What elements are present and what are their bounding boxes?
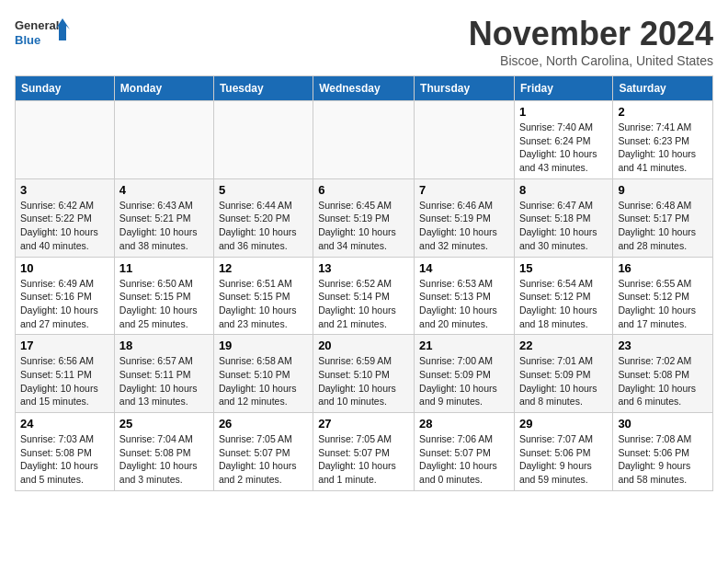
calendar-cell: 3Sunrise: 6:42 AM Sunset: 5:22 PM Daylig… [16,178,115,257]
calendar-cell: 11Sunrise: 6:50 AM Sunset: 5:15 PM Dayli… [114,257,213,335]
calendar-cell: 22Sunrise: 7:01 AM Sunset: 5:09 PM Dayli… [514,335,612,413]
month-title: November 2024 [469,15,713,53]
calendar-cell: 29Sunrise: 7:07 AM Sunset: 5:06 PM Dayli… [514,413,612,491]
calendar-cell: 12Sunrise: 6:51 AM Sunset: 5:15 PM Dayli… [213,257,313,335]
page-header: General Blue November 2024 Biscoe, North… [15,15,713,68]
weekday-header: Saturday [613,76,713,101]
day-info: Sunrise: 7:06 AM Sunset: 5:07 PM Dayligh… [419,432,509,487]
calendar-cell: 5Sunrise: 6:44 AM Sunset: 5:20 PM Daylig… [213,178,313,257]
day-number: 18 [119,339,209,352]
day-number: 26 [219,417,308,431]
day-number: 29 [519,417,608,431]
calendar-cell: 13Sunrise: 6:52 AM Sunset: 5:14 PM Dayli… [313,257,415,335]
day-info: Sunrise: 7:05 AM Sunset: 5:07 PM Dayligh… [219,432,308,487]
day-number: 22 [519,339,608,352]
weekday-header: Friday [514,76,612,101]
day-number: 24 [20,417,109,431]
day-number: 11 [119,261,209,275]
day-info: Sunrise: 7:04 AM Sunset: 5:08 PM Dayligh… [119,432,209,487]
calendar-week-row: 10Sunrise: 6:49 AM Sunset: 5:16 PM Dayli… [16,257,713,335]
calendar-cell [16,101,115,179]
calendar-cell: 14Sunrise: 6:53 AM Sunset: 5:13 PM Dayli… [415,257,515,335]
day-info: Sunrise: 7:03 AM Sunset: 5:08 PM Dayligh… [20,432,109,487]
day-info: Sunrise: 6:53 AM Sunset: 5:13 PM Dayligh… [419,277,509,331]
weekday-header: Sunday [16,76,115,101]
day-number: 14 [419,261,509,275]
svg-text:General: General [15,18,59,32]
calendar-cell: 6Sunrise: 6:45 AM Sunset: 5:19 PM Daylig… [313,178,415,257]
weekday-header: Tuesday [213,76,313,101]
day-number: 4 [119,183,209,197]
weekday-header: Monday [114,76,213,101]
calendar-cell [313,101,415,179]
calendar-cell: 17Sunrise: 6:56 AM Sunset: 5:11 PM Dayli… [16,335,115,413]
calendar-cell: 28Sunrise: 7:06 AM Sunset: 5:07 PM Dayli… [415,413,515,491]
day-number: 6 [318,183,409,197]
day-number: 21 [419,339,509,352]
day-info: Sunrise: 7:41 AM Sunset: 6:23 PM Dayligh… [618,121,708,175]
calendar-cell: 26Sunrise: 7:05 AM Sunset: 5:07 PM Dayli… [213,413,313,491]
day-number: 10 [20,261,109,275]
calendar-cell [415,101,515,179]
calendar-cell: 19Sunrise: 6:58 AM Sunset: 5:10 PM Dayli… [213,335,313,413]
day-number: 13 [318,261,409,275]
calendar-week-row: 3Sunrise: 6:42 AM Sunset: 5:22 PM Daylig… [16,178,713,257]
day-number: 8 [519,183,608,197]
calendar-cell: 30Sunrise: 7:08 AM Sunset: 5:06 PM Dayli… [613,413,713,491]
day-number: 28 [419,417,509,431]
day-number: 12 [219,261,308,275]
calendar-table: SundayMondayTuesdayWednesdayThursdayFrid… [15,75,713,491]
calendar-cell: 8Sunrise: 6:47 AM Sunset: 5:18 PM Daylig… [514,178,612,257]
day-info: Sunrise: 6:50 AM Sunset: 5:15 PM Dayligh… [119,277,209,331]
weekday-header: Wednesday [313,76,415,101]
day-info: Sunrise: 6:54 AM Sunset: 5:12 PM Dayligh… [519,277,608,331]
weekday-header-row: SundayMondayTuesdayWednesdayThursdayFrid… [16,76,713,101]
day-info: Sunrise: 6:43 AM Sunset: 5:21 PM Dayligh… [119,199,209,253]
calendar-cell: 7Sunrise: 6:46 AM Sunset: 5:19 PM Daylig… [415,178,515,257]
calendar-week-row: 24Sunrise: 7:03 AM Sunset: 5:08 PM Dayli… [16,413,713,491]
day-info: Sunrise: 7:40 AM Sunset: 6:24 PM Dayligh… [519,121,608,175]
day-number: 2 [618,105,708,119]
location: Biscoe, North Carolina, United States [469,53,713,68]
calendar-cell: 18Sunrise: 6:57 AM Sunset: 5:11 PM Dayli… [114,335,213,413]
day-info: Sunrise: 6:59 AM Sunset: 5:10 PM Dayligh… [318,354,409,408]
calendar-cell [213,101,313,179]
day-number: 27 [318,417,409,431]
day-number: 20 [318,339,409,352]
day-info: Sunrise: 6:55 AM Sunset: 5:12 PM Dayligh… [618,277,708,331]
day-info: Sunrise: 6:56 AM Sunset: 5:11 PM Dayligh… [20,354,109,408]
title-area: November 2024 Biscoe, North Carolina, Un… [469,15,713,68]
day-info: Sunrise: 7:07 AM Sunset: 5:06 PM Dayligh… [519,432,608,487]
day-info: Sunrise: 7:01 AM Sunset: 5:09 PM Dayligh… [519,354,608,408]
calendar-cell: 1Sunrise: 7:40 AM Sunset: 6:24 PM Daylig… [514,101,612,179]
calendar-week-row: 1Sunrise: 7:40 AM Sunset: 6:24 PM Daylig… [16,101,713,179]
calendar-cell: 2Sunrise: 7:41 AM Sunset: 6:23 PM Daylig… [613,101,713,179]
day-info: Sunrise: 6:48 AM Sunset: 5:17 PM Dayligh… [618,199,708,253]
day-number: 30 [618,417,708,431]
day-info: Sunrise: 7:08 AM Sunset: 5:06 PM Dayligh… [618,432,708,487]
day-info: Sunrise: 7:05 AM Sunset: 5:07 PM Dayligh… [318,432,409,487]
day-number: 25 [119,417,209,431]
day-info: Sunrise: 7:02 AM Sunset: 5:08 PM Dayligh… [618,354,708,408]
calendar-cell: 4Sunrise: 6:43 AM Sunset: 5:21 PM Daylig… [114,178,213,257]
calendar-cell: 25Sunrise: 7:04 AM Sunset: 5:08 PM Dayli… [114,413,213,491]
day-info: Sunrise: 6:42 AM Sunset: 5:22 PM Dayligh… [20,199,109,253]
calendar-cell: 23Sunrise: 7:02 AM Sunset: 5:08 PM Dayli… [613,335,713,413]
day-number: 15 [519,261,608,275]
calendar-cell: 16Sunrise: 6:55 AM Sunset: 5:12 PM Dayli… [613,257,713,335]
logo-svg: General Blue [15,15,70,53]
day-number: 23 [618,339,708,352]
weekday-header: Thursday [415,76,515,101]
day-number: 16 [618,261,708,275]
day-number: 3 [20,183,109,197]
day-number: 19 [219,339,308,352]
day-number: 5 [219,183,308,197]
day-info: Sunrise: 6:52 AM Sunset: 5:14 PM Dayligh… [318,277,409,331]
calendar-cell: 21Sunrise: 7:00 AM Sunset: 5:09 PM Dayli… [415,335,515,413]
calendar-week-row: 17Sunrise: 6:56 AM Sunset: 5:11 PM Dayli… [16,335,713,413]
day-info: Sunrise: 6:57 AM Sunset: 5:11 PM Dayligh… [119,354,209,408]
calendar-cell: 9Sunrise: 6:48 AM Sunset: 5:17 PM Daylig… [613,178,713,257]
calendar-cell [114,101,213,179]
day-number: 17 [20,339,109,352]
day-info: Sunrise: 7:00 AM Sunset: 5:09 PM Dayligh… [419,354,509,408]
